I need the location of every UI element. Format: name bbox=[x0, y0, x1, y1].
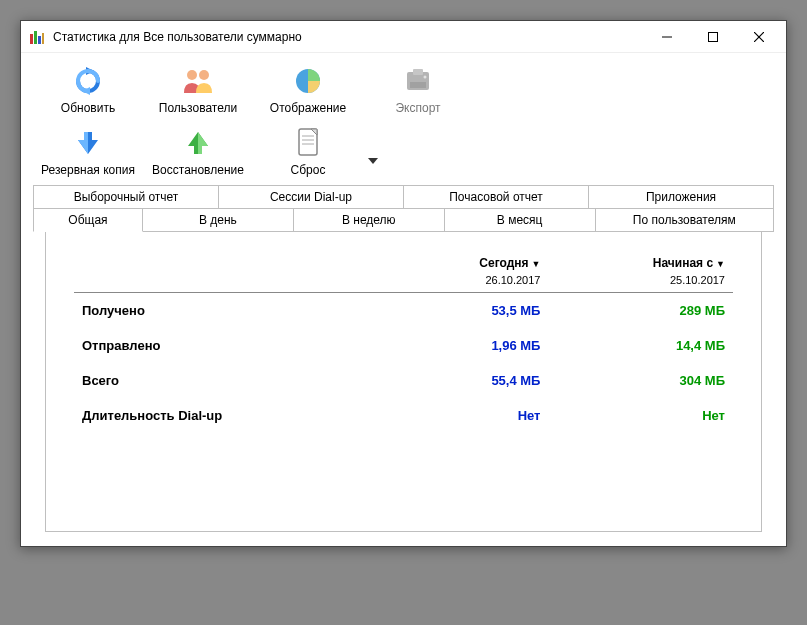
users-label: Пользователи bbox=[159, 101, 237, 115]
row-dialup-duration: Длительность Dial-up Нет Нет bbox=[74, 398, 733, 433]
stats-table: Сегодня▼ Начиная с▼ 26.10.2017 25.10.201… bbox=[74, 252, 733, 433]
close-button[interactable] bbox=[736, 22, 782, 52]
display-icon bbox=[292, 63, 324, 99]
backup-label: Резервная копия bbox=[41, 163, 135, 177]
dropdown-icon: ▼ bbox=[716, 259, 725, 269]
svg-marker-20 bbox=[198, 132, 208, 154]
header-today-label: Сегодня bbox=[479, 256, 528, 270]
tab-dialup-sessions[interactable]: Сессии Dial-up bbox=[219, 186, 404, 208]
date-today: 26.10.2017 bbox=[371, 274, 549, 293]
app-icon bbox=[29, 29, 45, 45]
toolbar-overflow-button[interactable] bbox=[363, 141, 383, 181]
titlebar: Статистика для Все пользователи суммарно bbox=[21, 21, 786, 53]
header-since-label: Начиная с bbox=[653, 256, 713, 270]
label-received: Получено bbox=[74, 293, 371, 329]
svg-rect-1 bbox=[34, 31, 37, 44]
tab-hourly-report[interactable]: Почасовой отчет bbox=[404, 186, 589, 208]
display-label: Отображение bbox=[270, 101, 346, 115]
tabs-container: Выборочный отчет Сессии Dial-up Почасово… bbox=[21, 185, 786, 532]
svg-rect-3 bbox=[42, 33, 44, 44]
dropdown-icon: ▼ bbox=[532, 259, 541, 269]
sent-today: 1,96 МБ bbox=[371, 328, 549, 363]
tab-general[interactable]: Общая bbox=[33, 208, 143, 232]
dialup-today: Нет bbox=[371, 398, 549, 433]
reset-button[interactable]: Сброс bbox=[253, 121, 363, 181]
toolbar: Обновить Пользователи Ото bbox=[21, 53, 786, 185]
tab-row-primary: Общая В день В неделю В месяц По пользов… bbox=[33, 208, 774, 232]
display-button[interactable]: Отображение bbox=[253, 59, 363, 119]
tab-row-secondary: Выборочный отчет Сессии Dial-up Почасово… bbox=[33, 185, 774, 208]
reset-icon bbox=[295, 125, 321, 161]
tab-selective-report[interactable]: Выборочный отчет bbox=[34, 186, 219, 208]
svg-marker-26 bbox=[368, 158, 378, 164]
svg-rect-14 bbox=[413, 69, 423, 75]
svg-rect-0 bbox=[30, 34, 33, 44]
svg-point-10 bbox=[187, 70, 197, 80]
refresh-button[interactable]: Обновить bbox=[33, 59, 143, 119]
received-since: 289 МБ bbox=[548, 293, 733, 329]
header-today[interactable]: Сегодня▼ bbox=[371, 252, 549, 274]
date-since: 25.10.2017 bbox=[548, 274, 733, 293]
svg-marker-18 bbox=[78, 132, 88, 154]
tab-per-user[interactable]: По пользователям bbox=[596, 208, 774, 232]
minimize-button[interactable] bbox=[644, 22, 690, 52]
restore-label: Восстановление bbox=[152, 163, 244, 177]
tab-applications[interactable]: Приложения bbox=[589, 186, 773, 208]
label-sent: Отправлено bbox=[74, 328, 371, 363]
tab-per-week[interactable]: В неделю bbox=[294, 208, 445, 232]
svg-rect-2 bbox=[38, 36, 41, 44]
export-label: Экспорт bbox=[395, 101, 440, 115]
svg-point-11 bbox=[199, 70, 209, 80]
refresh-icon bbox=[72, 63, 104, 99]
total-since: 304 МБ bbox=[548, 363, 733, 398]
svg-point-16 bbox=[424, 76, 427, 79]
label-total: Всего bbox=[74, 363, 371, 398]
tab-per-day[interactable]: В день bbox=[143, 208, 294, 232]
reset-label: Сброс bbox=[291, 163, 326, 177]
window-controls bbox=[644, 22, 782, 52]
export-button: Экспорт bbox=[363, 59, 473, 119]
svg-rect-15 bbox=[410, 82, 426, 88]
received-today: 53,5 МБ bbox=[371, 293, 549, 329]
tab-per-month[interactable]: В месяц bbox=[445, 208, 596, 232]
stats-panel: Сегодня▼ Начиная с▼ 26.10.2017 25.10.201… bbox=[45, 232, 762, 532]
restore-icon bbox=[183, 125, 213, 161]
maximize-button[interactable] bbox=[690, 22, 736, 52]
row-sent: Отправлено 1,96 МБ 14,4 МБ bbox=[74, 328, 733, 363]
row-total: Всего 55,4 МБ 304 МБ bbox=[74, 363, 733, 398]
users-button[interactable]: Пользователи bbox=[143, 59, 253, 119]
header-since[interactable]: Начиная с▼ bbox=[548, 252, 733, 274]
row-received: Получено 53,5 МБ 289 МБ bbox=[74, 293, 733, 329]
window-title: Статистика для Все пользователи суммарно bbox=[53, 30, 644, 44]
users-icon bbox=[181, 63, 215, 99]
label-dialup: Длительность Dial-up bbox=[74, 398, 371, 433]
restore-button[interactable]: Восстановление bbox=[143, 121, 253, 181]
total-today: 55,4 МБ bbox=[371, 363, 549, 398]
export-icon bbox=[403, 63, 433, 99]
backup-icon bbox=[73, 125, 103, 161]
app-window: Статистика для Все пользователи суммарно bbox=[20, 20, 787, 547]
backup-button[interactable]: Резервная копия bbox=[33, 121, 143, 181]
svg-rect-5 bbox=[709, 32, 718, 41]
dialup-since: Нет bbox=[548, 398, 733, 433]
refresh-label: Обновить bbox=[61, 101, 115, 115]
sent-since: 14,4 МБ bbox=[548, 328, 733, 363]
